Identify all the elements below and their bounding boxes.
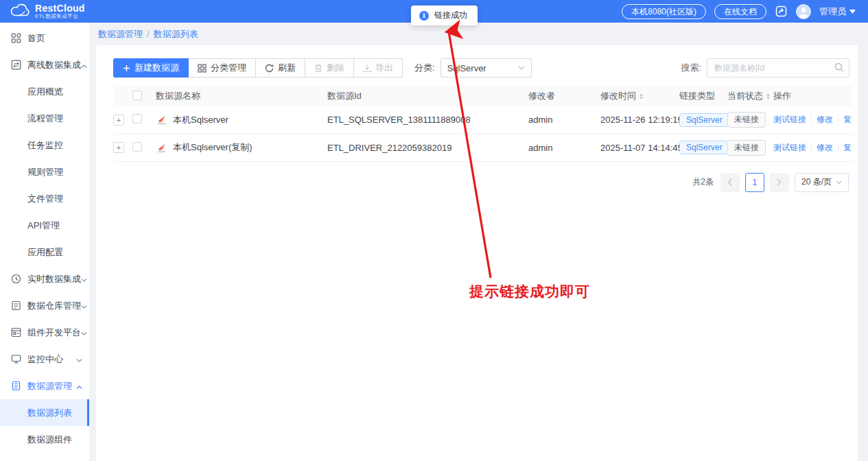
sidebar-item-rule-manage[interactable]: 规则管理 xyxy=(0,158,89,185)
modifier: admin xyxy=(528,106,600,134)
cloud-logo-icon xyxy=(10,3,30,20)
monitor-center-icon xyxy=(11,354,21,364)
sidebar-item-task-monitor[interactable]: 任务监控 xyxy=(0,132,89,158)
grid-icon xyxy=(198,64,207,73)
sidebar-item-app-overview[interactable]: 应用概览 xyxy=(0,78,89,105)
trash-icon xyxy=(314,64,322,73)
edit-action[interactable]: 修改 xyxy=(811,114,838,126)
sidebar-item-label: 数据源管理 xyxy=(27,380,76,392)
sidebar-item-label: 离线数据集成 xyxy=(27,59,81,71)
sidebar-item-realtime-integration[interactable]: 实时数据集成 xyxy=(0,265,89,292)
sidebar-item-label: 监控中心 xyxy=(27,353,76,366)
pagination: 共2条 1 20 条/页 xyxy=(96,162,858,192)
chevron-down-icon xyxy=(518,66,525,70)
chevron-down-icon xyxy=(81,327,87,338)
export-button[interactable]: 导出 xyxy=(353,58,403,78)
sidebar-item-datasource-manage[interactable]: 数据源管理 xyxy=(0,373,89,399)
datasource-id: ETL_SQLSERVER_1381111889008 xyxy=(327,106,528,134)
row-checkbox[interactable] xyxy=(132,142,142,152)
category-manage-button[interactable]: 分类管理 xyxy=(188,58,256,78)
link-type-tag: SqlServer xyxy=(679,141,727,154)
sidebar-item-offline-integration[interactable]: 离线数据集成 xyxy=(0,51,89,78)
sidebar-item-label: 组件开发平台 xyxy=(27,327,81,339)
datasource-name[interactable]: 本机Sqlserver(复制) xyxy=(173,141,253,154)
sidebar-item-monitor-center[interactable]: 监控中心 xyxy=(0,346,89,373)
column-header-modifier: 修改者 xyxy=(528,86,600,106)
refresh-button[interactable]: 刷新 xyxy=(255,58,305,78)
user-name: 管理员 xyxy=(819,5,846,18)
chevron-right-icon xyxy=(777,178,782,186)
modified-time: 2025-11-26 12:19:19 xyxy=(600,106,679,134)
sidebar-item-home[interactable]: 首页 xyxy=(0,25,89,51)
datasource-icon xyxy=(11,381,21,391)
sqlserver-icon xyxy=(156,142,167,154)
sidebar-item-datasource-list[interactable]: 数据源列表 xyxy=(0,399,89,426)
breadcrumb-parent[interactable]: 数据源管理 xyxy=(98,28,143,40)
sidebar-item-label: 数据仓库管理 xyxy=(27,300,81,312)
logo-subtitle: ETL数据集成平台 xyxy=(35,13,85,19)
edit-action[interactable]: 修改 xyxy=(811,142,838,154)
datasource-list-panel: 新建数据源 分类管理 刷新 删除 导出 分类: SqlServer 搜索: xyxy=(96,45,858,461)
next-page-button[interactable] xyxy=(770,173,789,192)
select-all-checkbox[interactable] xyxy=(132,91,142,100)
online-docs-button[interactable]: 在线文档 xyxy=(714,4,766,19)
expand-row-button[interactable]: + xyxy=(113,142,124,153)
sort-icon[interactable]: ▲▼ xyxy=(639,93,644,100)
env-host-button[interactable]: 本机8080(社区版) xyxy=(622,4,706,19)
sort-icon[interactable]: ▲▼ xyxy=(766,93,771,100)
page-size-value: 20 条/页 xyxy=(801,176,832,188)
share-icon[interactable] xyxy=(775,5,788,18)
sidebar-item-system-config[interactable]: 系统配置 xyxy=(0,453,89,461)
component-platform-icon xyxy=(11,327,21,338)
chevron-down-icon xyxy=(81,274,87,284)
test-link-action[interactable]: 测试链接 xyxy=(773,114,811,126)
chevron-up-icon xyxy=(81,60,87,70)
sidebar-item-component-platform[interactable]: 组件开发平台 xyxy=(0,319,89,346)
sidebar-item-label: 首页 xyxy=(27,32,82,45)
pagination-total: 共2条 xyxy=(692,176,714,188)
search-label: 搜索: xyxy=(681,62,701,74)
search-icon[interactable] xyxy=(834,62,844,72)
row-checkbox[interactable] xyxy=(132,114,142,123)
delete-button[interactable]: 删除 xyxy=(305,58,354,78)
sidebar-item-app-config[interactable]: 应用配置 xyxy=(0,239,89,265)
table-row: + 本机Sqlserver ETL_SQLSERVER_138111188900… xyxy=(113,106,852,134)
avatar[interactable] xyxy=(796,4,811,19)
refresh-icon xyxy=(265,64,274,73)
new-datasource-button[interactable]: 新建数据源 xyxy=(113,58,189,78)
sidebar-nav: 首页 离线数据集成 应用概览 流程管理 任务监控 规则管理 文件管理 API管理… xyxy=(0,23,89,461)
logo-title: RestCloud xyxy=(35,3,85,13)
sidebar-item-process-manage[interactable]: 流程管理 xyxy=(0,105,89,132)
expand-row-button[interactable]: + xyxy=(113,115,124,126)
status-tag: 未链接 xyxy=(727,112,766,128)
chevron-down-icon xyxy=(81,300,87,311)
page-size-select[interactable]: 20 条/页 xyxy=(795,173,849,192)
datasource-table: 数据源名称 数据源Id 修改者 修改时间▲▼ 链接类型 当前状态▲▼ 操作 + … xyxy=(113,86,852,162)
column-header-status[interactable]: 当前状态▲▼ xyxy=(727,86,773,106)
toast-text: 链接成功 xyxy=(434,10,467,21)
category-select[interactable]: SqlServer xyxy=(441,58,532,78)
sidebar-item-warehouse-manage[interactable]: 数据仓库管理 xyxy=(0,292,89,319)
prev-page-button[interactable] xyxy=(720,173,740,192)
column-header-modified-time[interactable]: 修改时间▲▼ xyxy=(600,86,679,106)
sidebar-item-datasource-component[interactable]: 数据源组件 xyxy=(0,426,89,453)
page-number-button[interactable]: 1 xyxy=(745,173,764,192)
copy-action[interactable]: 复制 xyxy=(838,142,852,154)
copy-action[interactable]: 复制 xyxy=(838,114,852,126)
chevron-up-icon xyxy=(76,381,82,391)
realtime-integration-icon xyxy=(11,274,21,284)
sidebar-item-api-manage[interactable]: API管理 xyxy=(0,212,89,239)
user-menu[interactable]: 管理员 xyxy=(819,5,856,18)
annotation-text: 提示链接成功即可 xyxy=(469,282,590,301)
chevron-left-icon xyxy=(727,178,732,186)
info-icon: i xyxy=(419,11,429,21)
datasource-name[interactable]: 本机Sqlserver xyxy=(173,114,228,126)
breadcrumb-current[interactable]: 数据源列表 xyxy=(154,28,198,40)
test-link-action[interactable]: 测试链接 xyxy=(773,142,811,154)
warehouse-icon xyxy=(11,300,21,311)
search-input[interactable] xyxy=(707,58,849,78)
sidebar-item-file-manage[interactable]: 文件管理 xyxy=(0,185,89,212)
breadcrumb: 数据源管理 / 数据源列表 xyxy=(89,23,868,45)
table-row: + 本机Sqlserver(复制) ETL_DRIVER_21220593820… xyxy=(113,134,852,161)
link-type-tag: SqlServer xyxy=(679,113,727,127)
